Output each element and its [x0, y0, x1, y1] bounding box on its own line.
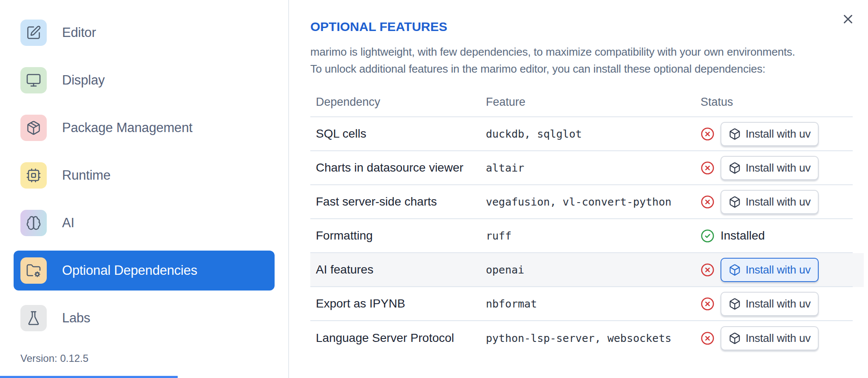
- version-label: Version: 0.12.5: [20, 353, 88, 364]
- package-box-icon: [729, 196, 741, 208]
- not-installed-icon: [701, 127, 715, 141]
- sidebar-item-label: Package Management: [62, 120, 193, 135]
- description-line-1: marimo is lightweight, with few dependen…: [310, 43, 853, 60]
- install-button-label: Install with uv: [746, 263, 811, 276]
- status-cell: Install with uv: [699, 258, 853, 282]
- sidebar-item-labs[interactable]: Labs: [14, 298, 275, 338]
- package-box-icon: [729, 298, 741, 310]
- description-line-2: To unlock additional features in the mar…: [310, 60, 853, 77]
- brain-icon: [20, 210, 47, 236]
- install-with-uv-button[interactable]: Install with uv: [720, 258, 819, 282]
- dependency-cell: Fast server-side charts: [310, 195, 486, 209]
- feature-cell: nbformat: [486, 298, 699, 310]
- install-with-uv-button[interactable]: Install with uv: [720, 292, 819, 316]
- dependency-cell: Export as IPYNB: [310, 297, 486, 310]
- install-button-label: Install with uv: [746, 297, 811, 310]
- sidebar-item-label: Runtime: [62, 168, 111, 183]
- status-cell: Install with uv: [699, 326, 853, 350]
- package-box-icon: [729, 264, 741, 276]
- install-button-label: Install with uv: [746, 127, 811, 141]
- folder-cog-icon: [20, 257, 47, 284]
- panel-description: marimo is lightweight, with few dependen…: [310, 43, 853, 77]
- status-cell: Install with uv: [699, 122, 853, 146]
- install-with-uv-button[interactable]: Install with uv: [720, 122, 819, 146]
- column-header-status: Status: [699, 96, 853, 109]
- feature-cell: duckdb, sqlglot: [486, 128, 699, 140]
- sidebar-item-package-management[interactable]: Package Management: [14, 108, 275, 148]
- dependency-cell: AI features: [310, 263, 486, 276]
- not-installed-icon: [701, 297, 715, 311]
- sidebar-item-label: Display: [62, 73, 105, 88]
- package-icon: [20, 115, 47, 141]
- not-installed-icon: [701, 263, 715, 277]
- sidebar-item-label: Labs: [62, 310, 90, 326]
- not-installed-icon: [701, 195, 715, 209]
- dependency-cell: Language Server Protocol: [310, 331, 486, 345]
- installed-status-label: Installed: [720, 229, 765, 243]
- optional-features-panel: OPTIONAL FEATURES marimo is lightweight,…: [290, 0, 868, 378]
- cpu-icon: [20, 162, 47, 189]
- sidebar-item-display[interactable]: Display: [14, 60, 275, 100]
- feature-cell: python-lsp-server, websockets: [486, 332, 699, 344]
- sidebar-item-label: Optional Dependencies: [62, 263, 197, 278]
- installed-check-icon: [701, 229, 715, 243]
- feature-cell: altair: [486, 162, 699, 174]
- feature-cell: openai: [486, 264, 699, 276]
- install-with-uv-button[interactable]: Install with uv: [720, 156, 819, 180]
- install-button-label: Install with uv: [746, 195, 811, 209]
- package-box-icon: [729, 332, 741, 344]
- table-row: Charts in datasource viewer altair Insta…: [310, 151, 853, 185]
- status-cell: Install with uv: [699, 190, 853, 214]
- column-header-feature: Feature: [486, 96, 699, 109]
- close-icon[interactable]: [840, 11, 856, 27]
- table-row: Export as IPYNB nbformat Install with uv: [310, 287, 853, 321]
- sidebar-item-label: AI: [62, 215, 74, 231]
- sidebar-item-ai[interactable]: AI: [14, 203, 275, 243]
- install-button-label: Install with uv: [746, 332, 811, 345]
- install-with-uv-button[interactable]: Install with uv: [720, 190, 819, 214]
- table-row: SQL cells duckdb, sqlglot Install with u…: [310, 117, 853, 151]
- monitor-icon: [20, 67, 47, 93]
- table-row: Formatting ruff Installed: [310, 219, 853, 253]
- dependency-cell: Charts in datasource viewer: [310, 161, 486, 175]
- sidebar-item-runtime[interactable]: Runtime: [14, 155, 275, 195]
- table-row: AI features openai Install with uv: [310, 253, 853, 287]
- dependency-cell: SQL cells: [310, 127, 486, 141]
- background-app-strip: [0, 376, 178, 378]
- package-box-icon: [729, 128, 741, 140]
- sidebar-item-editor[interactable]: Editor: [14, 13, 275, 53]
- settings-dialog: Editor Display Package Management: [0, 0, 868, 378]
- table-row: Language Server Protocol python-lsp-serv…: [310, 321, 853, 355]
- table-row: Fast server-side charts vegafusion, vl-c…: [310, 185, 853, 219]
- status-cell: Install with uv: [699, 292, 853, 316]
- feature-cell: ruff: [486, 230, 699, 242]
- flask-icon: [20, 305, 47, 331]
- table-header-row: Dependency Feature Status: [310, 87, 853, 117]
- page-title: OPTIONAL FEATURES: [310, 20, 853, 34]
- status-cell: Install with uv: [699, 156, 853, 180]
- sidebar-item-label: Editor: [62, 25, 96, 40]
- settings-sidebar: Editor Display Package Management: [0, 0, 289, 378]
- status-cell: Installed: [699, 229, 853, 243]
- feature-cell: vegafusion, vl-convert-python: [486, 196, 699, 208]
- dependency-cell: Formatting: [310, 229, 486, 243]
- column-header-dependency: Dependency: [310, 96, 486, 109]
- install-with-uv-button[interactable]: Install with uv: [720, 326, 819, 350]
- sidebar-item-optional-dependencies[interactable]: Optional Dependencies: [14, 251, 275, 291]
- package-box-icon: [729, 162, 741, 174]
- square-pen-icon: [20, 20, 47, 46]
- install-button-label: Install with uv: [746, 161, 811, 175]
- dependencies-table: Dependency Feature Status SQL cells duck…: [310, 87, 853, 355]
- not-installed-icon: [701, 161, 715, 175]
- not-installed-icon: [701, 331, 715, 345]
